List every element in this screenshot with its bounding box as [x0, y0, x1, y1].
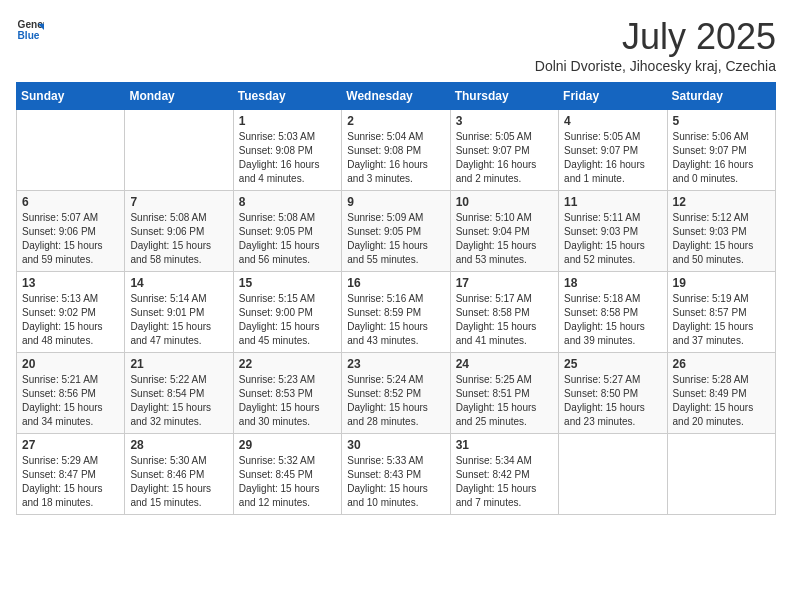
main-title: July 2025 — [535, 16, 776, 58]
calendar-week-row: 13Sunrise: 5:13 AM Sunset: 9:02 PM Dayli… — [17, 272, 776, 353]
day-number: 26 — [673, 357, 770, 371]
day-info: Sunrise: 5:16 AM Sunset: 8:59 PM Dayligh… — [347, 292, 444, 348]
day-info: Sunrise: 5:11 AM Sunset: 9:03 PM Dayligh… — [564, 211, 661, 267]
calendar-day-cell: 14Sunrise: 5:14 AM Sunset: 9:01 PM Dayli… — [125, 272, 233, 353]
day-number: 8 — [239, 195, 336, 209]
calendar-day-cell: 15Sunrise: 5:15 AM Sunset: 9:00 PM Dayli… — [233, 272, 341, 353]
day-number: 10 — [456, 195, 553, 209]
calendar-day-cell: 12Sunrise: 5:12 AM Sunset: 9:03 PM Dayli… — [667, 191, 775, 272]
day-number: 9 — [347, 195, 444, 209]
calendar-day-cell: 28Sunrise: 5:30 AM Sunset: 8:46 PM Dayli… — [125, 434, 233, 515]
day-info: Sunrise: 5:34 AM Sunset: 8:42 PM Dayligh… — [456, 454, 553, 510]
calendar-header-row: SundayMondayTuesdayWednesdayThursdayFrid… — [17, 83, 776, 110]
calendar-day-cell: 4Sunrise: 5:05 AM Sunset: 9:07 PM Daylig… — [559, 110, 667, 191]
day-info: Sunrise: 5:05 AM Sunset: 9:07 PM Dayligh… — [564, 130, 661, 186]
day-info: Sunrise: 5:30 AM Sunset: 8:46 PM Dayligh… — [130, 454, 227, 510]
day-info: Sunrise: 5:17 AM Sunset: 8:58 PM Dayligh… — [456, 292, 553, 348]
calendar-day-cell: 7Sunrise: 5:08 AM Sunset: 9:06 PM Daylig… — [125, 191, 233, 272]
calendar-day-cell: 31Sunrise: 5:34 AM Sunset: 8:42 PM Dayli… — [450, 434, 558, 515]
day-number: 25 — [564, 357, 661, 371]
day-number: 14 — [130, 276, 227, 290]
calendar-day-cell: 23Sunrise: 5:24 AM Sunset: 8:52 PM Dayli… — [342, 353, 450, 434]
calendar-day-cell: 2Sunrise: 5:04 AM Sunset: 9:08 PM Daylig… — [342, 110, 450, 191]
day-number: 13 — [22, 276, 119, 290]
calendar-day-cell: 30Sunrise: 5:33 AM Sunset: 8:43 PM Dayli… — [342, 434, 450, 515]
day-info: Sunrise: 5:03 AM Sunset: 9:08 PM Dayligh… — [239, 130, 336, 186]
logo: General Blue — [16, 16, 44, 44]
day-number: 23 — [347, 357, 444, 371]
day-number: 12 — [673, 195, 770, 209]
calendar-header-cell: Tuesday — [233, 83, 341, 110]
calendar-day-cell — [667, 434, 775, 515]
day-number: 6 — [22, 195, 119, 209]
day-number: 11 — [564, 195, 661, 209]
day-number: 29 — [239, 438, 336, 452]
day-info: Sunrise: 5:12 AM Sunset: 9:03 PM Dayligh… — [673, 211, 770, 267]
calendar-header: SundayMondayTuesdayWednesdayThursdayFrid… — [17, 83, 776, 110]
logo-icon: General Blue — [16, 16, 44, 44]
day-info: Sunrise: 5:23 AM Sunset: 8:53 PM Dayligh… — [239, 373, 336, 429]
calendar-week-row: 20Sunrise: 5:21 AM Sunset: 8:56 PM Dayli… — [17, 353, 776, 434]
calendar-day-cell: 18Sunrise: 5:18 AM Sunset: 8:58 PM Dayli… — [559, 272, 667, 353]
calendar-header-cell: Thursday — [450, 83, 558, 110]
calendar-day-cell: 9Sunrise: 5:09 AM Sunset: 9:05 PM Daylig… — [342, 191, 450, 272]
calendar-day-cell: 3Sunrise: 5:05 AM Sunset: 9:07 PM Daylig… — [450, 110, 558, 191]
day-number: 21 — [130, 357, 227, 371]
calendar-day-cell: 5Sunrise: 5:06 AM Sunset: 9:07 PM Daylig… — [667, 110, 775, 191]
day-number: 30 — [347, 438, 444, 452]
day-number: 28 — [130, 438, 227, 452]
svg-text:Blue: Blue — [18, 30, 40, 41]
day-number: 31 — [456, 438, 553, 452]
calendar-day-cell: 13Sunrise: 5:13 AM Sunset: 9:02 PM Dayli… — [17, 272, 125, 353]
day-info: Sunrise: 5:07 AM Sunset: 9:06 PM Dayligh… — [22, 211, 119, 267]
day-info: Sunrise: 5:21 AM Sunset: 8:56 PM Dayligh… — [22, 373, 119, 429]
day-number: 19 — [673, 276, 770, 290]
day-info: Sunrise: 5:22 AM Sunset: 8:54 PM Dayligh… — [130, 373, 227, 429]
day-number: 24 — [456, 357, 553, 371]
day-number: 27 — [22, 438, 119, 452]
calendar-day-cell — [17, 110, 125, 191]
calendar-day-cell: 20Sunrise: 5:21 AM Sunset: 8:56 PM Dayli… — [17, 353, 125, 434]
calendar-day-cell: 29Sunrise: 5:32 AM Sunset: 8:45 PM Dayli… — [233, 434, 341, 515]
day-info: Sunrise: 5:04 AM Sunset: 9:08 PM Dayligh… — [347, 130, 444, 186]
day-info: Sunrise: 5:14 AM Sunset: 9:01 PM Dayligh… — [130, 292, 227, 348]
calendar-day-cell: 11Sunrise: 5:11 AM Sunset: 9:03 PM Dayli… — [559, 191, 667, 272]
day-info: Sunrise: 5:24 AM Sunset: 8:52 PM Dayligh… — [347, 373, 444, 429]
day-info: Sunrise: 5:27 AM Sunset: 8:50 PM Dayligh… — [564, 373, 661, 429]
calendar-day-cell: 25Sunrise: 5:27 AM Sunset: 8:50 PM Dayli… — [559, 353, 667, 434]
calendar-header-cell: Wednesday — [342, 83, 450, 110]
calendar-day-cell: 17Sunrise: 5:17 AM Sunset: 8:58 PM Dayli… — [450, 272, 558, 353]
day-info: Sunrise: 5:06 AM Sunset: 9:07 PM Dayligh… — [673, 130, 770, 186]
calendar-table: SundayMondayTuesdayWednesdayThursdayFrid… — [16, 82, 776, 515]
day-number: 17 — [456, 276, 553, 290]
title-area: July 2025 Dolni Dvoriste, Jihocesky kraj… — [535, 16, 776, 74]
day-info: Sunrise: 5:29 AM Sunset: 8:47 PM Dayligh… — [22, 454, 119, 510]
calendar-body: 1Sunrise: 5:03 AM Sunset: 9:08 PM Daylig… — [17, 110, 776, 515]
day-info: Sunrise: 5:19 AM Sunset: 8:57 PM Dayligh… — [673, 292, 770, 348]
calendar-header-cell: Sunday — [17, 83, 125, 110]
day-info: Sunrise: 5:25 AM Sunset: 8:51 PM Dayligh… — [456, 373, 553, 429]
day-info: Sunrise: 5:32 AM Sunset: 8:45 PM Dayligh… — [239, 454, 336, 510]
calendar-header-cell: Friday — [559, 83, 667, 110]
calendar-week-row: 27Sunrise: 5:29 AM Sunset: 8:47 PM Dayli… — [17, 434, 776, 515]
calendar-day-cell: 26Sunrise: 5:28 AM Sunset: 8:49 PM Dayli… — [667, 353, 775, 434]
header: General Blue July 2025 Dolni Dvoriste, J… — [16, 16, 776, 74]
calendar-week-row: 1Sunrise: 5:03 AM Sunset: 9:08 PM Daylig… — [17, 110, 776, 191]
calendar-header-cell: Saturday — [667, 83, 775, 110]
subtitle: Dolni Dvoriste, Jihocesky kraj, Czechia — [535, 58, 776, 74]
calendar-day-cell: 6Sunrise: 5:07 AM Sunset: 9:06 PM Daylig… — [17, 191, 125, 272]
day-info: Sunrise: 5:28 AM Sunset: 8:49 PM Dayligh… — [673, 373, 770, 429]
calendar-day-cell: 8Sunrise: 5:08 AM Sunset: 9:05 PM Daylig… — [233, 191, 341, 272]
day-number: 2 — [347, 114, 444, 128]
calendar-day-cell: 19Sunrise: 5:19 AM Sunset: 8:57 PM Dayli… — [667, 272, 775, 353]
calendar-day-cell — [559, 434, 667, 515]
calendar-day-cell: 22Sunrise: 5:23 AM Sunset: 8:53 PM Dayli… — [233, 353, 341, 434]
day-info: Sunrise: 5:15 AM Sunset: 9:00 PM Dayligh… — [239, 292, 336, 348]
calendar-day-cell: 16Sunrise: 5:16 AM Sunset: 8:59 PM Dayli… — [342, 272, 450, 353]
day-number: 5 — [673, 114, 770, 128]
day-number: 16 — [347, 276, 444, 290]
day-info: Sunrise: 5:33 AM Sunset: 8:43 PM Dayligh… — [347, 454, 444, 510]
day-number: 7 — [130, 195, 227, 209]
calendar-day-cell — [125, 110, 233, 191]
calendar-day-cell: 10Sunrise: 5:10 AM Sunset: 9:04 PM Dayli… — [450, 191, 558, 272]
